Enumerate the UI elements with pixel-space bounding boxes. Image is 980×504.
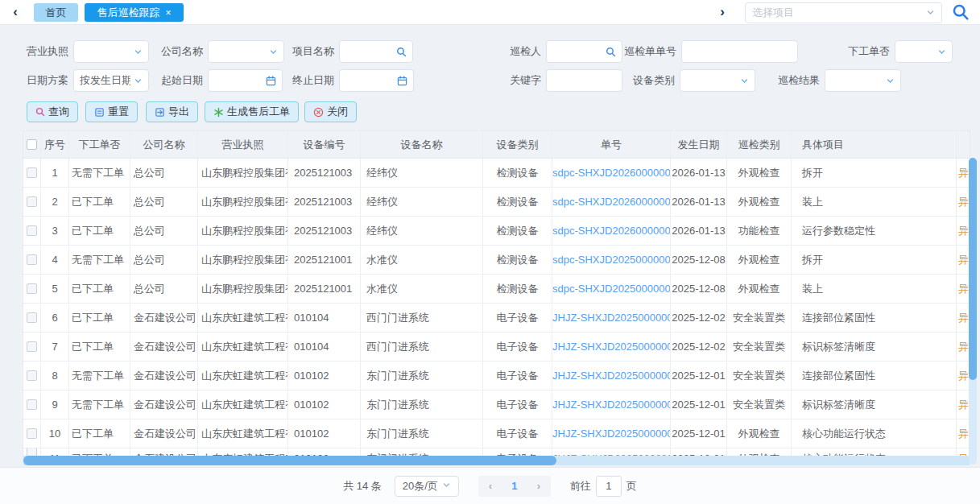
table-cell: 2025-12-02 (671, 304, 727, 332)
row-checkbox[interactable] (27, 370, 37, 381)
project-name-input[interactable] (339, 40, 413, 63)
horizontal-scrollbar[interactable] (23, 456, 970, 465)
tabs-scroll-left-icon[interactable]: ‹ (6, 3, 24, 21)
filter-group: 项目名称 (292, 40, 413, 63)
order-number-link[interactable]: JHJZ-SHXJD20250000002 (552, 399, 671, 411)
row-checkbox[interactable] (27, 312, 37, 323)
tabs-scroll-right-icon[interactable]: › (713, 3, 731, 21)
inspection-result-select[interactable] (825, 69, 901, 92)
generate-work-order-button[interactable]: 生成售后工单 (205, 101, 299, 122)
tab-home[interactable]: 首页 (34, 3, 78, 22)
chevron-down-icon (269, 48, 278, 56)
order-number-link[interactable]: sdpc-SHXJD20260000001 (552, 196, 671, 208)
table-cell: 7 (41, 333, 69, 361)
order-number-link[interactable]: JHJZ-SHXJD20250000003 (552, 341, 671, 353)
search-icon (396, 47, 407, 57)
order-number-link[interactable]: JHJZ-SHXJD20250000003 (552, 312, 671, 324)
column-header: 单号 (552, 131, 671, 158)
project-select[interactable]: 选择项目 (745, 2, 942, 23)
column-header: 巡检类别 (727, 131, 792, 158)
filter-label: 巡检单单号 (624, 44, 676, 59)
order-number-cell: sdpc-SHXJD20260000001 (552, 159, 671, 187)
order-number-link[interactable]: JHJZ-SHXJD20250000002 (552, 370, 671, 382)
table-cell: 3 (41, 217, 69, 245)
row-checkbox[interactable] (27, 196, 37, 207)
table-row: 3已下工单总公司山东鹏程控股集团有限公司2025121003经纬仪检测设备sdp… (23, 217, 970, 246)
table-cell: 2025-12-08 (671, 275, 727, 303)
column-header: 设备名称 (361, 131, 483, 158)
column-header: 设备编号 (288, 131, 361, 158)
filter-label: 关键字 (510, 73, 541, 88)
work-order-flag-select[interactable] (895, 40, 953, 63)
row-checkbox[interactable] (27, 428, 37, 439)
button-label: 关闭 (327, 105, 348, 119)
column-header: 公司名称 (130, 131, 198, 158)
export-button[interactable]: 导出 (146, 101, 198, 122)
row-checkbox-cell (23, 333, 41, 361)
table-cell: 拆开 (792, 159, 957, 187)
table-cell: 金石建设公司 (130, 304, 198, 332)
next-page-button[interactable]: › (527, 480, 551, 492)
row-checkbox[interactable] (27, 254, 37, 265)
goto-page-input[interactable]: 1 (596, 476, 622, 497)
table-cell: 外观检查 (727, 159, 792, 187)
row-checkbox-cell (23, 275, 41, 303)
vertical-scrollbar-thumb[interactable] (969, 158, 977, 380)
keyword-input[interactable] (546, 69, 622, 92)
filter-label: 营业执照 (27, 44, 68, 59)
order-number-link[interactable]: sdpc-SHXJD20260000001 (552, 167, 671, 179)
page-size-select[interactable]: 20条/页 (395, 476, 459, 497)
table-cell: 山东庆虹建筑工程有限公司 (198, 333, 288, 361)
table-cell: 核心功能运行状态 (792, 419, 957, 448)
start-date-input[interactable] (208, 69, 283, 92)
row-checkbox[interactable] (27, 167, 37, 178)
results-table: 序号下工单否公司名称营业执照设备编号设备名称设备类别单号发生日期巡检类别具体项目… (23, 130, 970, 465)
query-button[interactable]: 查询 (27, 101, 78, 122)
row-checkbox[interactable] (27, 225, 37, 236)
tab-bar: ‹ 首页 售后巡检跟踪× › 选择项目 (0, 0, 980, 25)
filter-group: 巡检单单号 (624, 40, 798, 63)
table-cell: 西门门进系统 (361, 333, 483, 361)
table-cell: 2025-12-02 (671, 333, 727, 361)
filter-group: 巡检结果 (778, 69, 901, 92)
row-checkbox[interactable] (27, 283, 37, 294)
goto-page: 前往 1 页 (570, 476, 637, 497)
table-cell: 2025121001 (288, 275, 361, 303)
business-license-select[interactable] (73, 40, 149, 63)
horizontal-scrollbar-thumb[interactable] (23, 456, 556, 465)
table-cell: 已下工单 (69, 304, 130, 332)
table-cell: 6 (41, 304, 69, 332)
vertical-scrollbar[interactable] (969, 158, 977, 465)
global-search-icon[interactable] (952, 3, 971, 23)
inspection-order-no-input[interactable] (681, 40, 798, 63)
close-button[interactable]: 关闭 (304, 101, 357, 122)
date-scheme-select[interactable]: 按发生日期 (73, 69, 149, 92)
select-all-checkbox[interactable] (27, 139, 37, 150)
prev-page-button[interactable]: ‹ (478, 480, 502, 492)
order-number-link[interactable]: sdpc-SHXJD20260000001 (552, 225, 671, 237)
row-checkbox[interactable] (27, 399, 37, 410)
end-date-input[interactable] (339, 69, 414, 92)
order-number-link[interactable]: sdpc-SHXJD20250000003 (552, 254, 671, 266)
table-cell: 山东鹏程控股集团有限公司 (198, 159, 288, 187)
table-cell: 山东庆虹建筑工程有限公司 (198, 419, 288, 448)
table-header-row: 序号下工单否公司名称营业执照设备编号设备名称设备类别单号发生日期巡检类别具体项目 (23, 131, 970, 159)
row-checkbox[interactable] (27, 341, 37, 352)
table-cell: 已下工单 (69, 275, 130, 303)
reset-button[interactable]: 重置 (85, 101, 138, 122)
company-name-select[interactable] (208, 40, 284, 63)
table-cell: 无需下工单 (69, 159, 130, 187)
table-cell: 检测设备 (483, 275, 552, 303)
order-number-link[interactable]: JHJZ-SHXJD20250000002 (552, 428, 671, 440)
filter-group: 巡检人 (510, 40, 622, 63)
table-cell: 10 (41, 419, 69, 448)
table-row: 5已下工单总公司山东鹏程控股集团有限公司2025121001水准仪检测设备sdp… (23, 275, 970, 304)
device-category-select[interactable] (680, 69, 755, 92)
current-page[interactable]: 1 (502, 480, 527, 492)
inspector-input[interactable] (546, 40, 622, 63)
order-number-link[interactable]: sdpc-SHXJD20250000003 (552, 283, 671, 295)
table-cell: 东门门进系统 (361, 419, 483, 448)
tab-after-sales-inspection[interactable]: 售后巡检跟踪× (85, 3, 184, 22)
tab-close-icon[interactable]: × (165, 7, 171, 19)
table-cell: 2026-01-13 (671, 188, 727, 216)
